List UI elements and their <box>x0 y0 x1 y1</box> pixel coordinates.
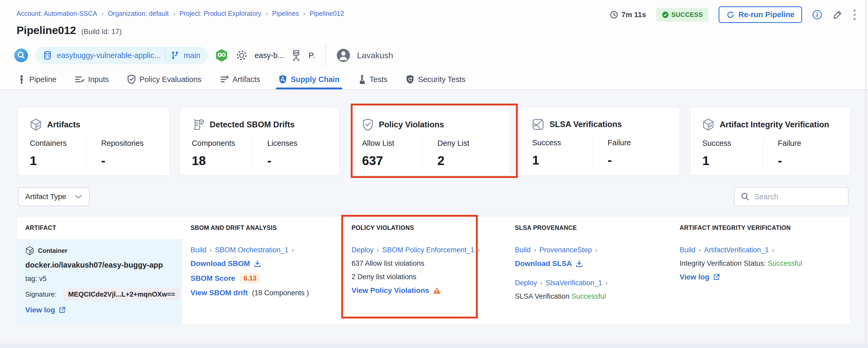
card-title: Artifacts <box>47 120 81 129</box>
integrity-status-value: Successful <box>768 259 802 267</box>
card-title: Artifact Integrity Verification <box>720 120 829 129</box>
chevron-right-icon <box>101 9 104 18</box>
kebab-menu-icon[interactable] <box>853 9 857 21</box>
user-name: Lavakush <box>357 51 393 60</box>
bottom-edge <box>0 344 868 348</box>
sbom-score-link[interactable]: SBOM Score <box>190 274 235 283</box>
slsa-verify-stage-link[interactable]: Deploy <box>515 279 537 287</box>
card-title: Detected SBOM Drifts <box>210 120 294 129</box>
card-slsa-verifications: SLSA Verifications Success 1 Failure - <box>520 108 680 176</box>
column-header-sbom: SBOM AND DRIFT ANALYSIS <box>182 224 343 231</box>
sbom-score-badge: 6.13 <box>240 273 260 283</box>
stat-label: Allow List <box>362 139 423 148</box>
drift-components-count: (18 Components ) <box>252 289 309 297</box>
policy-step-link[interactable]: SBOM Policy Enforcement_1 <box>382 246 474 254</box>
artifact-type-label: Artifact Type <box>25 193 66 201</box>
sbom-stage-link[interactable]: Build <box>190 246 206 254</box>
stat-value: 1 <box>702 153 763 168</box>
breadcrumb-project[interactable]: Project: Product Exploratory <box>180 10 261 18</box>
sbom-step-link[interactable]: SBOM Orchestration_1 <box>215 246 288 254</box>
policy-stage-link[interactable]: Deploy <box>351 246 374 254</box>
breadcrumb-pipeline012[interactable]: Pipeline012 <box>310 10 344 18</box>
view-policy-violations-label: View Policy Violations <box>351 286 429 295</box>
tab-security-tests[interactable]: Security Tests <box>405 69 466 89</box>
integrity-view-log-link[interactable]: View log <box>680 273 720 281</box>
stat-label: Containers <box>30 139 86 148</box>
gear-icon <box>236 49 248 61</box>
stat-value: 637 <box>362 153 423 168</box>
repo-name-link[interactable]: easybuggy-vulnerable-applic... <box>57 51 160 60</box>
warning-triangle-icon <box>433 287 441 294</box>
artifact-view-log-link[interactable]: View log <box>25 306 66 314</box>
stat-value: - <box>101 153 158 168</box>
artifacts-table: ARTIFACT SBOM AND DRIFT ANALYSIS POLICY … <box>17 216 850 325</box>
chevron-down-icon <box>75 194 82 199</box>
stat-value: - <box>267 153 328 168</box>
edit-pencil-icon[interactable] <box>832 9 843 20</box>
tab-supply-chain[interactable]: Supply Chain <box>277 69 340 89</box>
slsa-cell: Build ProvenanceStep Download SLSA Deplo… <box>506 239 671 325</box>
signature-value[interactable]: MEQCICde2Vjl...L+2+mqnOXw== <box>63 288 180 300</box>
policy-cell: Deploy SBOM Policy Enforcement_1 637 All… <box>343 239 506 325</box>
check-circle-icon <box>662 11 669 18</box>
chevron-right-icon <box>173 9 175 18</box>
stat-value: 18 <box>192 153 252 168</box>
page-title: Pipeline012 <box>17 24 76 37</box>
info-icon[interactable] <box>812 10 822 20</box>
chevron-right-icon <box>377 246 379 254</box>
card-artifact-integrity: Artifact Integrity Verification Success … <box>690 108 850 176</box>
integrity-stage-link[interactable]: Build <box>680 246 695 254</box>
download-slsa-link[interactable]: Download SLSA <box>515 259 583 268</box>
artifact-type-dropdown[interactable]: Artifact Type <box>18 187 90 206</box>
download-sbom-label: Download SBOM <box>190 259 250 268</box>
stat-label: Success <box>532 138 592 147</box>
tab-policy-evaluations[interactable]: Policy Evaluations <box>126 69 203 89</box>
integrity-cell: Build ArtifactVerification_1 Integrity V… <box>671 239 850 325</box>
column-header-policy: POLICY VIOLATIONS <box>343 224 506 231</box>
column-header-integrity: ARTIFACT INTEGRITY VERIFICATION <box>671 224 850 231</box>
rerun-label: Re-run Pipeline <box>738 10 795 19</box>
chevron-right-icon <box>210 246 212 254</box>
tab-inputs[interactable]: Inputs <box>74 69 110 89</box>
branch-name-link[interactable]: main <box>184 51 200 60</box>
card-sbom-drifts: Detected SBOM Drifts Components 18 Licen… <box>180 108 340 176</box>
slsa-stage-link[interactable]: Build <box>515 246 531 254</box>
view-log-label: View log <box>25 306 55 314</box>
chevron-right-icon <box>303 9 305 18</box>
stat-value: 2 <box>437 153 498 168</box>
tab-tests[interactable]: Tests <box>357 69 389 89</box>
external-link-icon <box>713 274 720 281</box>
breadcrumb-account[interactable]: Account: Automation-SSCA <box>17 10 97 18</box>
rerun-pipeline-button[interactable]: Re-run Pipeline <box>719 6 802 23</box>
status-badge: SUCCESS <box>656 8 709 22</box>
signature-label: Signature: <box>25 290 57 298</box>
scrollbar[interactable] <box>865 0 866 348</box>
view-sbom-drift-link[interactable]: View SBOM drift <box>190 289 248 297</box>
container-cube-icon <box>25 246 34 256</box>
slsa-step-link[interactable]: ProvenanceStep <box>539 246 592 254</box>
download-sbom-link[interactable]: Download SBOM <box>190 259 261 268</box>
tab-label: Artifacts <box>233 75 260 84</box>
stat-label: Deny List <box>437 139 498 148</box>
card-artifacts: Artifacts Containers 1 Repositories - <box>18 108 169 176</box>
execution-duration: 7m 11s <box>610 10 646 19</box>
repo-branch-pill: easybuggy-vulnerable-applic... main <box>35 47 208 64</box>
meta-divider <box>326 45 326 66</box>
tab-artifacts[interactable]: Artifacts <box>219 69 261 89</box>
tab-pipeline[interactable]: Pipeline <box>17 69 57 89</box>
download-slsa-label: Download SLSA <box>515 259 572 268</box>
trigger-avatar-icon <box>14 48 28 63</box>
status-text: SUCCESS <box>672 11 703 19</box>
slsa-status-value: Successful <box>571 292 606 300</box>
chevron-right-icon <box>595 246 597 254</box>
view-policy-violations-link[interactable]: View Policy Violations <box>351 286 441 295</box>
ci-stage-icon <box>215 48 229 62</box>
slsa-verify-step-link[interactable]: SlsaVerification_1 <box>546 279 602 287</box>
chevron-right-icon <box>292 246 294 254</box>
search-input[interactable] <box>754 193 842 201</box>
breadcrumb-pipelines[interactable]: Pipelines <box>272 10 299 18</box>
sbom-cell: Build SBOM Orchestration_1 Download SBOM… <box>182 239 343 325</box>
integrity-step-link[interactable]: ArtifactVerification_1 <box>704 246 769 254</box>
filter-row: Artifact Type <box>18 187 850 207</box>
breadcrumb-organization[interactable]: Organization: default <box>108 10 168 18</box>
